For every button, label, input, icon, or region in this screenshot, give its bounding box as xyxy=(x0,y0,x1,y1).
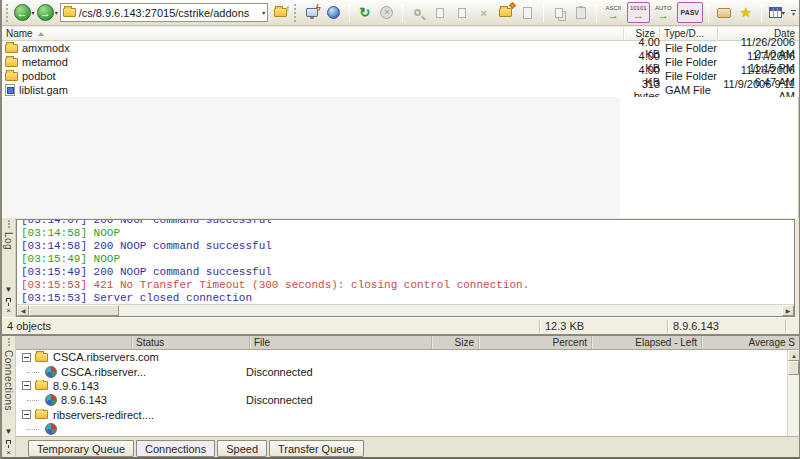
scroll-left-icon[interactable]: ◀ xyxy=(17,305,29,316)
collapse-expander-icon[interactable] xyxy=(22,381,31,390)
log-collapse-icon[interactable]: ▼ xyxy=(5,285,13,296)
site-properties-icon xyxy=(717,8,731,18)
forward-button[interactable]: → ▾ xyxy=(37,4,58,21)
log-pin-icon[interactable] xyxy=(6,298,11,302)
views-grid-icon xyxy=(769,7,782,18)
status-bar: 4 objects 12.3 KB 8.9.6.143 xyxy=(2,317,799,334)
log-close-icon[interactable]: × xyxy=(6,306,11,317)
refresh-button[interactable]: ↻ xyxy=(355,3,375,23)
status-total-size: 12.3 KB xyxy=(540,320,668,333)
address-text[interactable]: /cs/8.9.6.143:27015/cstrike/addons xyxy=(79,7,260,19)
log-line: [03:14:07] 200 NOOP command successful xyxy=(21,219,794,227)
strip-grip[interactable] xyxy=(8,220,10,228)
file-list-empty-area[interactable] xyxy=(2,97,799,218)
file-row-podbot[interactable]: podbot 4.00 KB File Folder 11/26/2006 6:… xyxy=(2,69,799,83)
log-scroll-thumb[interactable] xyxy=(29,305,119,316)
column-header-elapsed[interactable]: Elapsed - Left xyxy=(592,336,702,349)
tree-site-row-partial[interactable] xyxy=(16,422,787,436)
address-bar[interactable]: /cs/8.9.6.143:27015/cstrike/addons ▾ xyxy=(60,3,269,22)
site-group-label: ribservers-redirect.... xyxy=(53,409,154,421)
site-ball-icon xyxy=(45,423,57,435)
toolbar-grip[interactable] xyxy=(6,4,10,22)
main-toolbar: ← ▾ → ▾ /cs/8.9.6.143:27015/cstrike/addo… xyxy=(2,0,799,26)
tree-site-row[interactable]: CSCA.ribserver... Disconnected xyxy=(16,364,787,378)
tab-transfer-queue[interactable]: Transfer Queue xyxy=(269,440,364,457)
scroll-up-icon[interactable]: ▲ xyxy=(788,350,799,361)
type-column-label: Type/D... xyxy=(664,28,704,39)
collapse-expander-icon[interactable] xyxy=(22,353,31,362)
copy-button xyxy=(549,3,569,23)
toolbar-grip-2[interactable] xyxy=(294,4,298,22)
column-header-status[interactable]: Status xyxy=(132,336,250,349)
log-scroll-track[interactable] xyxy=(119,305,782,316)
site-group-folder-icon xyxy=(35,410,48,419)
tree-group-row[interactable]: CSCA.ribservers.com xyxy=(16,350,787,364)
tab-label: Transfer Queue xyxy=(278,443,355,455)
log-line: [03:15:53] Server closed connection xyxy=(21,292,794,304)
column-header-type[interactable]: Type/D... xyxy=(660,27,718,40)
file-type: File Folder xyxy=(660,56,718,68)
column-header-average[interactable]: Average S xyxy=(702,336,799,349)
toolbar-separator xyxy=(349,4,350,22)
log-tab[interactable]: Log xyxy=(3,232,14,250)
file-row-liblist[interactable]: liblist.gam 313 bytes GAM File 11/9/2006… xyxy=(2,83,799,97)
collapse-expander-icon[interactable] xyxy=(22,410,31,419)
tree-group-row[interactable]: ribservers-redirect.... xyxy=(16,408,787,422)
toolbar-overflow-button[interactable]: ▾ xyxy=(790,10,797,16)
strip-grip[interactable] xyxy=(8,338,10,346)
transfer-up-button[interactable]: ↑ xyxy=(270,3,290,23)
connections-tree: CSCA.ribservers.com CSCA.ribserver... Di… xyxy=(16,350,787,447)
connections-vertical-scrollbar[interactable]: ▲ ▼ xyxy=(787,350,799,447)
tab-temporary-queue[interactable]: Temporary Queue xyxy=(28,440,134,457)
new-folder-button[interactable] xyxy=(496,3,516,23)
binary-mode-button[interactable]: 10101 → xyxy=(627,2,650,23)
file-row-metamod[interactable]: metamod 4.00 KB File Folder 11/7/2006 11… xyxy=(2,55,799,69)
queue-close-icon[interactable]: × xyxy=(6,448,11,459)
column-header-size[interactable]: Size xyxy=(432,336,479,349)
site-group-folder-icon xyxy=(35,353,48,362)
forward-dropdown-icon[interactable]: ▾ xyxy=(55,9,58,16)
favorites-button[interactable]: ★ xyxy=(736,3,756,23)
status-host: 8.9.6.143 xyxy=(668,320,786,333)
log-output-box[interactable]: [03:14:07] 200 NOOP command successful[0… xyxy=(16,219,795,317)
scroll-right-icon[interactable]: ▶ xyxy=(782,305,794,316)
remote-file-list: Name Size Type/D... Date amxmodx 4.00 KB… xyxy=(2,27,799,218)
connections-tab-vertical[interactable]: Connections xyxy=(3,350,14,411)
current-folder-icon xyxy=(63,8,76,17)
address-dropdown-icon[interactable]: ▾ xyxy=(262,9,265,16)
auto-mode-button[interactable]: AUTO → xyxy=(652,2,675,23)
ascii-mode-button[interactable]: ASCII → xyxy=(602,2,625,23)
gam-file-icon xyxy=(5,84,15,96)
pasv-toggle-button[interactable]: PASV xyxy=(677,2,703,23)
site-status: Disconnected xyxy=(246,394,364,406)
log-line: [03:15:49] 200 NOOP command successful xyxy=(21,266,794,279)
column-header-file[interactable]: File xyxy=(250,336,432,349)
stop-button: × xyxy=(377,3,397,23)
tree-group-row[interactable]: 8.9.6.143 xyxy=(16,379,787,393)
log-horizontal-scrollbar[interactable]: ◀ ▶ xyxy=(17,304,794,316)
log-lines: [03:14:07] 200 NOOP command successful[0… xyxy=(17,219,794,304)
column-header-item[interactable] xyxy=(16,336,132,349)
tab-speed[interactable]: Speed xyxy=(217,440,267,457)
reconnect-button[interactable] xyxy=(324,3,344,23)
connect-button[interactable]: ϟ xyxy=(302,3,322,23)
overflow-chevron-icon: ▾ xyxy=(792,12,795,16)
queue-pin-icon[interactable] xyxy=(6,440,11,444)
tab-connections[interactable]: Connections xyxy=(136,440,215,457)
v-scroll-track[interactable] xyxy=(788,375,799,436)
column-header-percent[interactable]: Percent xyxy=(479,336,592,349)
back-button[interactable]: ← ▾ xyxy=(14,4,35,21)
queue-collapse-icon[interactable]: ▼ xyxy=(5,427,13,438)
tree-site-row[interactable]: 8.9.6.143 Disconnected xyxy=(16,393,787,407)
column-header-name[interactable]: Name xyxy=(2,27,624,40)
toolbar-separator-4 xyxy=(596,4,597,22)
log-line: [03:14:58] 200 NOOP command successful xyxy=(21,240,794,253)
file-type: File Folder xyxy=(660,42,718,54)
v-scroll-thumb[interactable] xyxy=(788,361,799,375)
tab-label: Speed xyxy=(226,443,258,455)
site-properties-button[interactable] xyxy=(714,3,734,23)
file-row-amxmodx[interactable]: amxmodx 4.00 KB File Folder 11/26/2006 2… xyxy=(2,41,799,55)
views-menu-button[interactable]: ▾ xyxy=(767,3,787,23)
back-dropdown-icon[interactable]: ▾ xyxy=(32,9,35,16)
connections-body: CSCA.ribservers.com CSCA.ribserver... Di… xyxy=(16,350,799,447)
